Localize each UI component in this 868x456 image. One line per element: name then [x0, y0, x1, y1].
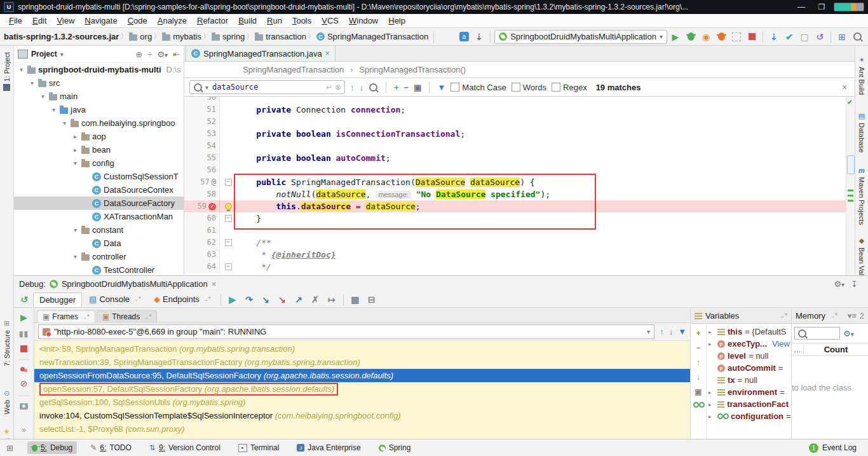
code-line[interactable]: 57@ − public SpringManagedTransaction(Da… [184, 176, 855, 188]
chevron-collapsed-icon[interactable]: ▸ [709, 389, 715, 396]
close-tab-icon[interactable]: × [325, 49, 330, 58]
chevron-collapsed-icon[interactable]: ▸ [72, 146, 79, 153]
tree-item[interactable]: C CustomSqlSessionT [14, 170, 184, 183]
debug-button[interactable] [684, 31, 698, 43]
tool-stripe-structure[interactable]: ⊞7: Structure [0, 319, 13, 366]
chevron-expanded-icon[interactable]: ▾ [29, 79, 36, 86]
chevron-expanded-icon[interactable]: ▾ [18, 66, 25, 73]
hide-debug-panel-icon[interactable]: ↧ [851, 280, 858, 288]
tree-item[interactable]: C Data [14, 237, 184, 250]
close-session-icon[interactable]: × [212, 279, 217, 289]
chevron-collapsed-icon[interactable]: ▸ [709, 413, 715, 420]
bytecode-sort-icon[interactable]: ⇣ [472, 31, 486, 43]
chevron-expanded-icon[interactable]: ▾ [72, 253, 79, 260]
code-line[interactable]: 53 private boolean isConnectionTransacti… [184, 128, 855, 140]
commit-button[interactable]: ✔ [782, 31, 796, 43]
variable-row[interactable]: ▸ transactionFact [707, 398, 791, 410]
debug-tab-console[interactable]: ▤Console→* [83, 293, 147, 306]
breadcrumb-item[interactable]: CSpringManagedTransaction [316, 32, 428, 41]
breadcrumb-method[interactable]: SpringManagedTransaction() [359, 65, 466, 74]
line-number-gutter[interactable]: 56 [184, 164, 220, 176]
thread-selector[interactable]: "http-nio-8080-exec-5"@6,669 in group "m… [38, 324, 654, 339]
tree-item[interactable]: ▾ com.heibaiying.springboo [14, 116, 184, 130]
statusbar-version-control[interactable]: ⇅9:Version Control [145, 441, 225, 454]
tree-item[interactable]: C TestController [14, 263, 184, 275]
search-history-chevron-icon[interactable]: ▾ [205, 84, 208, 91]
filter-frames-icon[interactable]: ▼ [678, 327, 686, 336]
mute-breakpoints-icon[interactable]: ⊘ [20, 378, 28, 389]
copy-icon[interactable]: ▣ [695, 387, 702, 396]
variable-row[interactable]: ▸ this = {DefaultS [707, 326, 791, 338]
code-line[interactable]: 52 [184, 116, 855, 128]
variable-row[interactable]: p level = null [707, 350, 791, 362]
thread-dump-icon[interactable] [20, 403, 28, 410]
add-watch-icon[interactable]: + [696, 329, 700, 338]
line-number-gutter[interactable]: 53 [184, 128, 220, 140]
tree-item[interactable]: ▾ controller [14, 250, 184, 263]
chevron-expanded-icon[interactable]: ▾ [72, 160, 79, 167]
tool-stripe-maven[interactable]: mMaven Projects [855, 167, 868, 225]
fold-gutter[interactable]: − [220, 212, 236, 225]
tree-item[interactable]: C DataSourceFactory [14, 197, 184, 210]
menu-refactor[interactable]: Refactor [192, 15, 233, 27]
chevron-down-icon[interactable]: ▾ [60, 51, 64, 58]
previous-occurrence-icon[interactable]: ↑ [350, 83, 355, 92]
tree-item[interactable]: C DataSourceContex [14, 183, 184, 197]
tree-item[interactable]: ▾ java [14, 103, 184, 116]
code-line[interactable]: 60 − } [184, 212, 855, 225]
tool-windows-icon[interactable]: ⊞ [6, 444, 13, 452]
rollback-button[interactable]: ↺ [813, 31, 827, 43]
menu-run[interactable]: Run [262, 15, 287, 27]
tree-item[interactable]: ▸ aop [14, 130, 184, 143]
menu-analyze[interactable]: Analyze [153, 15, 192, 27]
line-number-gutter[interactable]: 62 [184, 237, 220, 249]
memory-layout-icon[interactable]: ▾≡ [848, 311, 857, 321]
evaluate-expression-icon[interactable]: ▦ [348, 294, 363, 305]
tool-stripe-web[interactable]: ⊙Web [0, 389, 13, 414]
tab-frames[interactable]: ▣ Frames→* [37, 310, 95, 322]
restore-button[interactable]: ❐ [813, 3, 830, 11]
tool-stripe-project[interactable]: 1: Project [0, 52, 13, 91]
debug-session-tab[interactable]: SpringbootDruidMybatisMultiApplication [62, 279, 208, 289]
stop-button[interactable] [745, 31, 759, 43]
locate-file-icon[interactable]: ⊕ [135, 50, 142, 59]
view-value-link[interactable]: View [772, 339, 790, 349]
add-occurrence-icon[interactable]: + [394, 83, 399, 92]
pause-button[interactable]: ▮▮ [19, 329, 29, 338]
fold-icon[interactable]: − [225, 215, 232, 222]
tree-item[interactable]: C XATransactionMan [14, 210, 184, 223]
tool-stripe-database[interactable]: ▤Database [855, 112, 868, 153]
show-execution-point-icon[interactable]: ▶ [225, 294, 240, 305]
fold-icon[interactable]: − [225, 239, 232, 246]
scrollbar-thumb[interactable] [847, 155, 855, 174]
project-panel-title[interactable]: Project [31, 50, 57, 59]
line-number-gutter[interactable]: 50 [184, 97, 220, 104]
clear-search-icon[interactable]: ⊗ [335, 83, 341, 92]
code-line[interactable]: 50 [184, 97, 855, 104]
menu-navigate[interactable]: Navigate [79, 15, 122, 27]
chevron-expanded-icon[interactable]: ▾ [50, 106, 57, 113]
code-line[interactable]: 54 [184, 140, 855, 152]
tab-threads[interactable]: ▣ Threads→* [97, 310, 157, 322]
chevron-collapsed-icon[interactable]: ▸ [72, 133, 79, 140]
fold-gutter[interactable]: − [220, 237, 236, 249]
run-button[interactable]: ▶ [668, 31, 682, 43]
line-number-gutter[interactable]: 64 [184, 261, 220, 273]
tree-item[interactable]: ▾ config [14, 156, 184, 170]
statusbar-debug[interactable]: 5:Debug [27, 441, 77, 454]
debug-settings-gear-icon[interactable]: ⚙▾ [834, 280, 844, 288]
run-to-cursor-icon[interactable]: ↦ [324, 294, 339, 305]
line-number-gutter[interactable]: 51 [184, 104, 220, 116]
editor-scrollbar[interactable]: ✔ [846, 97, 855, 275]
statusbar-terminal[interactable]: ▸Terminal [234, 441, 283, 454]
coverage-button[interactable]: ◉ [699, 31, 713, 43]
view-structure-button[interactable]: ⊞ [835, 31, 849, 43]
next-frame-icon[interactable]: ↓ [669, 327, 674, 336]
memory-settings-gear-icon[interactable]: ⚙▾ [843, 329, 854, 338]
tree-item[interactable]: ▾ springboot-druid-mybatis-multi D:\s [14, 63, 184, 76]
fold-gutter[interactable] [220, 200, 236, 212]
class-column[interactable]: ... [792, 345, 804, 354]
breadcrumb-class[interactable]: SpringManagedTransaction [243, 65, 344, 74]
code-line[interactable]: 51 private Connection connection; [184, 104, 855, 116]
menu-code[interactable]: Code [123, 15, 153, 27]
